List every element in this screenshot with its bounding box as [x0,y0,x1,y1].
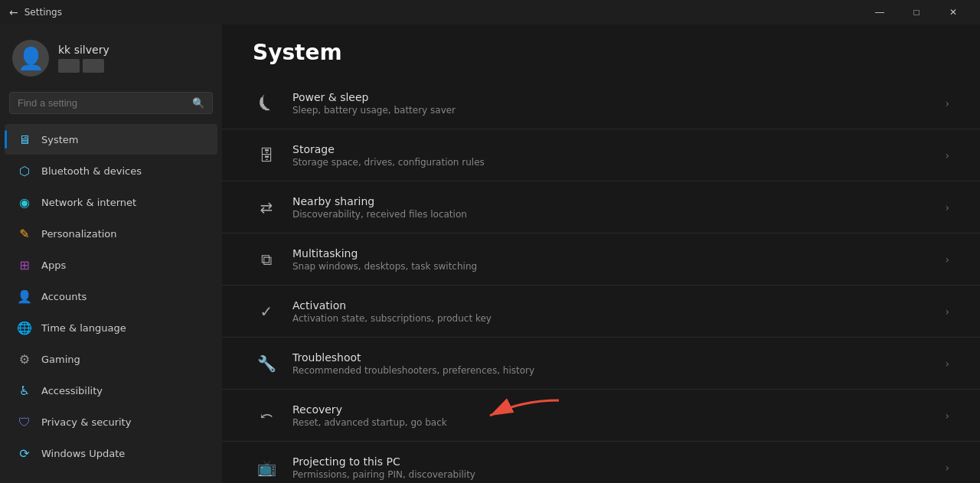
settings-subtitle-power: Sleep, battery usage, battery saver [292,105,945,116]
settings-subtitle-troubleshoot: Recommended troubleshooters, preferences… [292,365,945,376]
settings-icon-multitasking: ⧉ [253,246,280,273]
settings-text-activation: Activation Activation state, subscriptio… [292,299,945,324]
nav-label-accessibility: Accessibility [41,385,103,397]
settings-item-nearby[interactable]: ⇄ Nearby sharing Discoverability, receiv… [222,181,980,233]
user-info: kk silvery [58,44,109,73]
settings-subtitle-activation: Activation state, subscriptions, product… [292,313,945,324]
nav-icon-accessibility: ♿ [17,383,32,398]
avatar: 👤 [12,40,49,77]
nav-label-network: Network & internet [41,197,136,208]
sidebar-item-system[interactable]: 🖥 System [5,124,217,155]
chevron-icon-activation: › [945,305,949,318]
settings-subtitle-multitasking: Snap windows, desktops, task switching [292,261,945,272]
settings-title-multitasking: Multitasking [292,247,945,259]
sidebar-item-gaming[interactable]: ⚙ Gaming [5,344,217,374]
settings-list: ⏾ Power & sleep Sleep, battery usage, ba… [222,77,980,483]
nav-label-personalization: Personalization [41,228,117,240]
settings-icon-power: ⏾ [253,90,280,117]
nav-icon-network: ◉ [17,194,32,210]
page-title: System [222,24,980,77]
nav-icon-apps: ⊞ [17,257,32,273]
sidebar-nav: 🖥 System ⬡ Bluetooth & devices ◉ Network… [0,123,222,469]
settings-item-multitasking[interactable]: ⧉ Multitasking Snap windows, desktops, t… [222,233,980,286]
settings-icon-nearby: ⇄ [253,194,280,221]
settings-text-multitasking: Multitasking Snap windows, desktops, tas… [292,247,945,272]
close-button[interactable]: ✕ [936,0,971,24]
settings-title-storage: Storage [292,143,945,155]
sidebar-item-accounts[interactable]: 👤 Accounts [5,281,217,312]
settings-icon-troubleshoot: 🔧 [253,350,280,377]
settings-item-recovery[interactable]: ⤺ Recovery Reset, advanced startup, go b… [222,390,980,442]
settings-text-projecting: Projecting to this PC Permissions, pairi… [292,455,945,480]
app-body: 👤 kk silvery 🔍 🖥 System ⬡ Bluetooth & de… [0,24,980,483]
settings-title-nearby: Nearby sharing [292,195,945,207]
sidebar-item-bluetooth[interactable]: ⬡ Bluetooth & devices [5,155,217,186]
sidebar-item-accessibility[interactable]: ♿ Accessibility [5,375,217,406]
nav-icon-privacy: 🛡 [17,414,32,429]
nav-icon-update: ⟳ [17,445,32,461]
nav-label-system: System [41,134,78,145]
user-name: kk silvery [58,44,109,56]
chevron-icon-projecting: › [945,462,949,474]
nav-icon-system: 🖥 [17,132,32,147]
user-section[interactable]: 👤 kk silvery [0,24,222,89]
settings-icon-storage: 🗄 [253,142,280,169]
sidebar-item-apps[interactable]: ⊞ Apps [5,250,217,280]
settings-icon-projecting: 📺 [253,454,280,481]
sidebar-item-network[interactable]: ◉ Network & internet [5,187,217,217]
sidebar-item-personalization[interactable]: ✎ Personalization [5,218,217,249]
nav-icon-gaming: ⚙ [17,351,32,367]
settings-item-activation[interactable]: ✓ Activation Activation state, subscript… [222,286,980,338]
minimize-button[interactable]: — [862,0,897,24]
search-icon: 🔍 [192,97,204,109]
settings-item-storage[interactable]: 🗄 Storage Storage space, drives, configu… [222,129,980,181]
user-badge-1 [58,59,80,73]
chevron-icon-recovery: › [945,410,949,422]
nav-icon-personalization: ✎ [17,226,32,241]
chevron-icon-power: › [945,97,949,109]
nav-label-apps: Apps [41,259,66,271]
nav-label-time: Time & language [41,322,126,334]
user-badges [58,59,109,73]
nav-label-accounts: Accounts [41,291,87,302]
settings-icon-activation: ✓ [253,298,280,325]
settings-title-projecting: Projecting to this PC [292,455,945,468]
search-box[interactable]: 🔍 [9,92,213,114]
settings-icon-recovery: ⤺ [253,402,280,429]
back-button[interactable]: ← [9,6,18,18]
settings-title-power: Power & sleep [292,91,945,103]
settings-item-power[interactable]: ⏾ Power & sleep Sleep, battery usage, ba… [222,77,980,129]
titlebar-title: Settings [24,7,62,18]
search-input[interactable] [18,97,186,109]
sidebar-item-update[interactable]: ⟳ Windows Update [5,438,217,468]
settings-subtitle-storage: Storage space, drives, configuration rul… [292,157,945,168]
settings-title-troubleshoot: Troubleshoot [292,351,945,364]
arrow-annotation [475,393,567,431]
nav-icon-time: 🌐 [17,320,32,335]
user-badge-2 [83,59,104,73]
settings-text-recovery: Recovery Reset, advanced startup, go bac… [292,403,945,428]
settings-item-troubleshoot[interactable]: 🔧 Troubleshoot Recommended troubleshoote… [222,338,980,390]
nav-label-bluetooth: Bluetooth & devices [41,165,142,177]
nav-icon-bluetooth: ⬡ [17,163,32,178]
nav-label-privacy: Privacy & security [41,416,131,428]
chevron-icon-nearby: › [945,201,949,214]
settings-title-activation: Activation [292,299,945,312]
settings-item-projecting[interactable]: 📺 Projecting to this PC Permissions, pai… [222,442,980,483]
nav-label-gaming: Gaming [41,354,80,365]
maximize-button[interactable]: □ [899,0,934,24]
window-controls: — □ ✕ [862,0,971,24]
settings-subtitle-recovery: Reset, advanced startup, go back [292,417,945,428]
settings-subtitle-nearby: Discoverability, received files location [292,209,945,220]
settings-text-power: Power & sleep Sleep, battery usage, batt… [292,91,945,116]
chevron-icon-troubleshoot: › [945,357,949,370]
settings-title-recovery: Recovery [292,403,945,416]
sidebar-item-privacy[interactable]: 🛡 Privacy & security [5,406,217,437]
sidebar: 👤 kk silvery 🔍 🖥 System ⬡ Bluetooth & de… [0,24,222,483]
chevron-icon-storage: › [945,149,949,162]
settings-text-nearby: Nearby sharing Discoverability, received… [292,195,945,220]
chevron-icon-multitasking: › [945,253,949,266]
settings-text-storage: Storage Storage space, drives, configura… [292,143,945,168]
titlebar: ← Settings — □ ✕ [0,0,980,24]
sidebar-item-time[interactable]: 🌐 Time & language [5,312,217,343]
